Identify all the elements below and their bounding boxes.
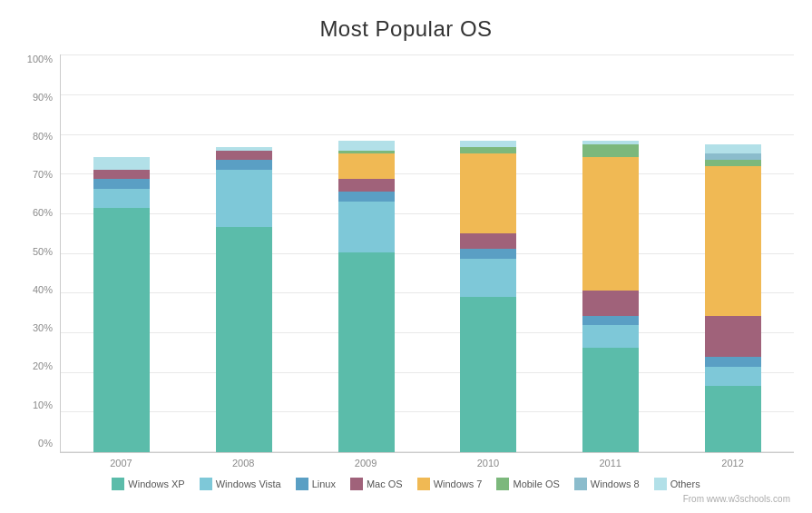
bar-segment-mobileOS: [460, 147, 516, 153]
bar-segment-macOS: [216, 151, 272, 161]
bar-stack: [93, 157, 150, 453]
chart-title: Most Popular OS: [319, 16, 492, 42]
bar-segment-linux: [705, 357, 761, 367]
legend-label: Windows XP: [128, 478, 184, 489]
bar-stack: [582, 141, 639, 452]
bar-segment-windowsXP: [460, 297, 516, 453]
x-axis-label: 2010: [426, 453, 549, 469]
bar-segment-macOS: [582, 291, 639, 316]
legend-item: Windows 7: [417, 478, 483, 490]
bar-segment-windowsXP: [705, 386, 761, 453]
legend-swatch: [417, 478, 430, 490]
y-axis-label: 100%: [18, 54, 53, 64]
legend-label: Others: [670, 478, 700, 489]
bar-segment-macOS: [338, 179, 395, 192]
x-axis-label: 2009: [305, 453, 427, 469]
legend-label: Windows 8: [591, 478, 640, 489]
bar-segment-windowsVista: [582, 325, 639, 348]
legend-swatch: [296, 478, 308, 490]
legend-label: Windows 7: [434, 478, 483, 489]
bar-segment-linux: [582, 316, 639, 326]
legend-item: Windows Vista: [200, 478, 281, 490]
y-axis-label: 90%: [18, 93, 53, 103]
bar-segment-others: [460, 141, 516, 147]
bar-stack: [705, 144, 761, 453]
bar-segment-linux: [93, 179, 150, 189]
legend-swatch: [350, 478, 363, 490]
bar-segment-others: [705, 144, 761, 154]
legend-label: Mobile OS: [513, 478, 559, 489]
legend-swatch: [112, 478, 124, 490]
legend-swatch: [496, 478, 509, 490]
x-axis-label: 2007: [60, 453, 182, 469]
bar-segment-linux: [460, 249, 516, 259]
y-axis-label: 40%: [18, 285, 53, 295]
bar-stack: [460, 141, 516, 452]
bar-group: [61, 54, 183, 452]
bar-segment-windows8: [705, 153, 761, 160]
bar-segment-windows7: [338, 153, 395, 179]
bar-stack: [216, 147, 272, 452]
bar-segment-linux: [338, 192, 395, 202]
bar-group: [427, 54, 550, 452]
legend: Windows XPWindows VistaLinuxMac OSWindow…: [112, 478, 699, 490]
legend-item: Windows 8: [574, 478, 640, 490]
bar-segment-mobileOS: [705, 160, 761, 166]
legend-label: Linux: [312, 478, 336, 489]
legend-swatch: [654, 478, 667, 490]
legend-label: Mac OS: [367, 478, 403, 489]
bar-group: [305, 54, 427, 452]
bar-segment-linux: [216, 160, 272, 170]
y-axis-label: 50%: [18, 247, 53, 257]
watermark: From www.w3schools.com: [18, 494, 794, 504]
bar-segment-others: [93, 157, 150, 170]
bar-segment-windowsXP: [582, 348, 639, 453]
bar-segment-macOS: [705, 316, 761, 358]
bars-area: [60, 54, 794, 453]
bar-segment-others: [338, 141, 395, 151]
bar-segment-macOS: [460, 233, 516, 250]
bar-segment-windows7: [582, 157, 639, 291]
x-axis-label: 2008: [182, 453, 305, 469]
bar-segment-windows7: [705, 166, 761, 316]
legend-item: Mac OS: [350, 478, 403, 490]
legend-item: Windows XP: [112, 478, 184, 490]
bar-group: [671, 54, 794, 452]
y-axis-label: 80%: [18, 132, 53, 142]
chart-body: 200720082009201020112012: [60, 54, 794, 469]
legend-swatch: [574, 478, 587, 490]
chart-container: Most Popular OS 0%10%20%30%40%50%60%70%8…: [0, 0, 812, 513]
bar-segment-windows7: [460, 153, 516, 233]
y-axis-label: 0%: [18, 439, 53, 449]
bar-group: [550, 54, 672, 452]
x-axis-label: 2011: [549, 453, 671, 469]
y-axis: 0%10%20%30%40%50%60%70%80%90%100%: [18, 54, 53, 469]
legend-label: Windows Vista: [216, 478, 281, 489]
y-axis-label: 70%: [18, 170, 53, 180]
legend-swatch: [200, 478, 212, 490]
legend-item: Mobile OS: [496, 478, 559, 490]
y-axis-label: 10%: [18, 400, 53, 410]
bar-segment-windowsVista: [216, 170, 272, 227]
bar-stack: [338, 141, 395, 452]
bar-segment-mobileOS: [582, 144, 639, 157]
bar-segment-windowsXP: [93, 208, 150, 453]
bar-segment-windowsVista: [460, 259, 516, 297]
bar-segment-windowsXP: [216, 227, 272, 453]
bar-group: [183, 54, 306, 452]
legend-item: Others: [654, 478, 700, 490]
y-axis-label: 60%: [18, 208, 53, 218]
bar-segment-windowsVista: [705, 367, 761, 386]
bar-segment-macOS: [93, 170, 150, 180]
y-axis-label: 20%: [18, 361, 53, 371]
legend-item: Linux: [296, 478, 336, 490]
chart-area: 0%10%20%30%40%50%60%70%80%90%100% 200720…: [18, 54, 794, 469]
bar-segment-windowsXP: [338, 252, 395, 453]
bar-segment-windowsVista: [338, 202, 395, 252]
y-axis-label: 30%: [18, 323, 53, 333]
x-axis-label: 2012: [671, 453, 794, 469]
x-labels: 200720082009201020112012: [60, 453, 794, 469]
bar-segment-windowsVista: [93, 189, 150, 208]
